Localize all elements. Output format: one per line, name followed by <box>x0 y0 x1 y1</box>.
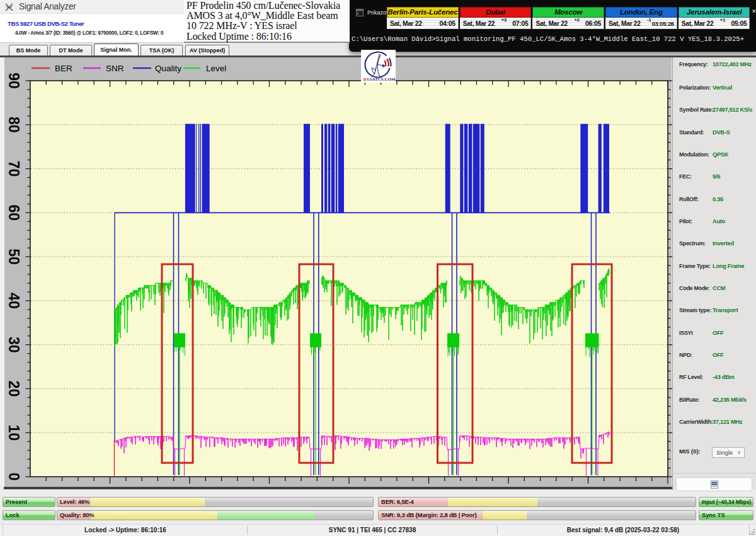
svg-text:20: 20 <box>6 381 22 397</box>
svg-text:10: 10 <box>6 424 22 441</box>
svg-text:BER: BER <box>55 64 72 73</box>
svg-text:80: 80 <box>6 117 22 133</box>
svg-text:40: 40 <box>6 293 22 309</box>
svg-text:60: 60 <box>6 205 22 221</box>
svg-text:0: 0 <box>6 473 22 481</box>
svg-text:30: 30 <box>6 337 22 353</box>
svg-text:50: 50 <box>6 248 22 265</box>
svg-text:Level: Level <box>206 64 226 73</box>
svg-text:SNR: SNR <box>106 64 124 73</box>
svg-text:70: 70 <box>6 161 22 177</box>
svg-text:Quality: Quality <box>155 64 181 73</box>
svg-text:DXSATCS.COM: DXSATCS.COM <box>364 77 396 82</box>
svg-text:90: 90 <box>6 73 22 89</box>
